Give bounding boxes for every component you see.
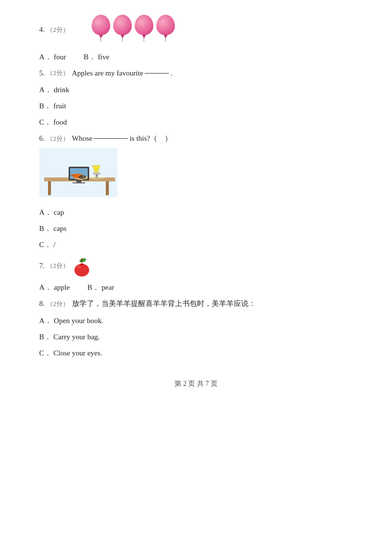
q7-score: （2分） [47,261,69,270]
svg-point-16 [78,175,86,179]
q4-option-b: B． five [84,52,109,62]
balloon-circle-4 [156,15,175,35]
svg-point-20 [76,265,81,269]
q5-num: 5. [39,69,45,77]
q5-option-a: A． drink [39,85,353,95]
q6-text: Whose [72,134,93,143]
question-5-line: 5. （2分） Apples are my favourite . [39,69,353,77]
balloons-image [92,15,175,42]
q6-blank [94,138,128,139]
q4-options: A． four B． five [39,49,353,64]
q7-num: 7. [39,262,45,270]
balloon-3 [135,15,153,42]
q5-c-label: C． [39,118,51,127]
question-6-line: 6. （2分） Whose is this?（ ） [39,134,353,143]
q8-options: A． Open your book. B． Carry your bag. C．… [39,312,353,360]
balloon-circle-2 [113,15,132,35]
q8-score: （2分） [47,300,69,308]
q7-option-a: A． apple [39,283,70,292]
q4-b-text: five [98,53,109,61]
q8-option-a: A． Open your book. [39,316,353,326]
q5-text: Apples are my favourite [72,69,143,77]
page-footer: 第 2 页 共 7 页 [39,379,353,388]
question-7: 7. （2分） A． apple B． pear [39,256,353,294]
svg-rect-3 [106,181,109,195]
q6-b-text: caps [53,225,67,233]
balloon-1 [92,15,110,42]
apple-svg [72,256,92,277]
balloon-2 [113,15,132,42]
svg-rect-11 [73,182,85,183]
svg-rect-10 [76,180,81,182]
question-7-line: 7. （2分） [39,256,353,275]
q8-option-b: B． Carry your bag. [39,332,353,342]
q6-option-b: B． caps [39,224,353,233]
question-4-line: 4. （2分） [39,15,353,45]
q8-b-text: Carry your bag. [53,333,100,341]
question-5: 5. （2分） Apples are my favourite . A． dri… [39,69,353,129]
question-8: 8. （2分） 放学了，当美羊羊提醒喜羊羊背上书包时，美羊羊应说： A． Ope… [39,299,353,360]
q6-text2: is this?（ ） [129,134,172,143]
q4-score: （2分） [47,25,69,34]
q6-num: 6. [39,134,45,143]
q8-option-c: C． Close your eyes. [39,349,353,358]
q5-a-label: A． [39,85,52,95]
question-6: 6. （2分） Whose is this?（ ） [39,134,353,252]
q5-c-text: food [53,118,67,126]
q6-option-c: C． / [39,240,353,250]
q5-options: A． drink B． fruit C． food [39,81,353,129]
balloon-circle-1 [92,15,110,35]
q4-num: 4. [39,25,45,34]
q4-a-text: four [54,53,66,61]
q5-a-text: drink [54,86,70,94]
q6-option-a: A． cap [39,208,353,217]
balloon-4 [156,15,175,42]
q8-a-label: A． [39,316,52,326]
question-8-line: 8. （2分） 放学了，当美羊羊提醒喜羊羊背上书包时，美羊羊应说： [39,299,353,308]
q7-b-text: pear [101,283,114,292]
svg-rect-2 [48,181,51,195]
desk-scene-svg [39,148,118,197]
svg-point-21 [80,263,83,265]
q4-b-label: B． [84,52,96,62]
svg-rect-18 [81,258,82,262]
q6-score: （2分） [47,134,69,143]
q7-a-label: A． [39,283,52,292]
svg-point-7 [87,176,105,179]
apple-image [72,256,91,275]
svg-rect-15 [71,175,75,176]
q7-options: A． apple B． pear [39,279,353,294]
q7-b-label: B． [87,283,99,292]
q8-num: 8. [39,300,45,308]
q4-a-label: A． [39,52,52,62]
q6-c-text: / [53,241,55,249]
q4-option-a: A． four [39,52,66,62]
q6-a-label: A． [39,208,52,217]
q6-options: A． cap B． caps C． / [39,204,353,252]
q5-suffix: . [171,69,172,77]
q5-option-c: C． food [39,118,353,127]
q6-a-text: cap [54,208,64,217]
q8-b-label: B． [39,332,51,342]
q5-option-b: B． fruit [39,101,353,111]
footer-text: 第 2 页 共 7 页 [174,380,218,387]
q5-score: （2分） [47,69,69,77]
q6-c-label: C． [39,240,51,250]
q6-b-label: B． [39,224,51,233]
q5-b-label: B． [39,101,51,111]
q8-c-text: Close your eyes. [53,349,102,357]
question-4: 4. （2分） A． four [39,15,353,64]
svg-point-17 [79,257,87,263]
desk-image-area [39,148,353,199]
svg-rect-5 [93,173,100,175]
q5-blank [145,73,169,74]
q8-c-label: C． [39,349,51,358]
q8-text: 放学了，当美羊羊提醒喜羊羊背上书包时，美羊羊应说： [72,299,256,308]
q8-a-text: Open your book. [54,317,103,325]
q7-option-b: B． pear [87,283,114,292]
balloon-circle-3 [135,15,153,35]
q5-b-text: fruit [53,102,66,110]
q7-a-text: apple [54,283,70,292]
svg-point-19 [74,264,89,277]
